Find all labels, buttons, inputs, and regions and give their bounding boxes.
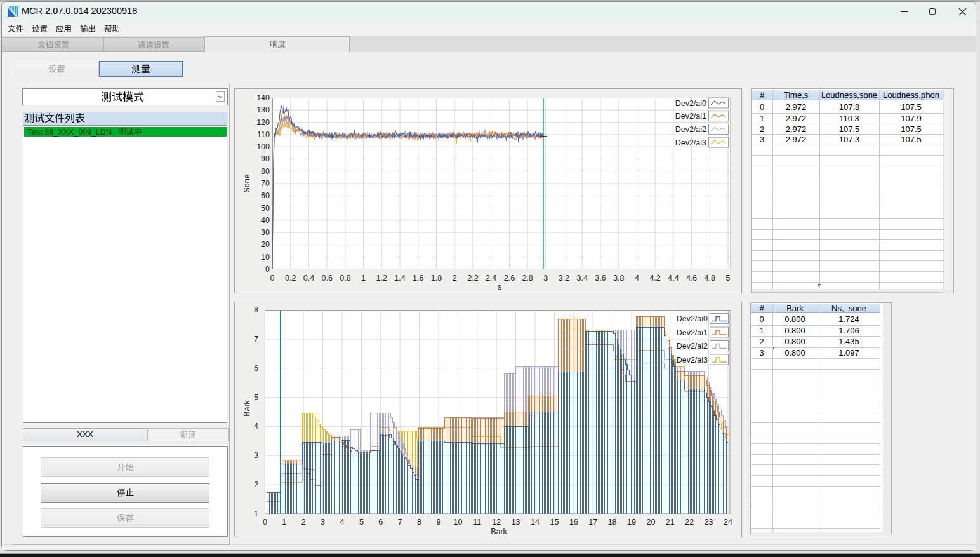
svg-text:3.8: 3.8 — [613, 274, 624, 283]
svg-text:0: 0 — [270, 274, 275, 283]
svg-text:80: 80 — [261, 167, 270, 176]
svg-text:70: 70 — [261, 179, 270, 188]
svg-text:1: 1 — [282, 518, 286, 527]
svg-text:8: 8 — [254, 305, 258, 314]
svg-text:1.8: 1.8 — [431, 274, 442, 283]
svg-text:24: 24 — [724, 518, 732, 527]
svg-text:3: 3 — [543, 274, 548, 283]
svg-text:14: 14 — [531, 518, 540, 527]
svg-text:16: 16 — [569, 518, 578, 527]
svg-text:2: 2 — [453, 274, 457, 283]
svg-text:Bark: Bark — [491, 527, 507, 536]
svg-text:Dev2/ai0: Dev2/ai0 — [675, 99, 706, 108]
svg-text:Dev2/ai2: Dev2/ai2 — [675, 125, 706, 134]
svg-text:4: 4 — [254, 422, 258, 431]
svg-text:13: 13 — [512, 518, 520, 527]
svg-text:5: 5 — [726, 274, 731, 283]
svg-text:2.8: 2.8 — [522, 274, 533, 283]
svg-text:140: 140 — [256, 93, 270, 102]
svg-text:1.2: 1.2 — [376, 274, 387, 283]
svg-text:130: 130 — [256, 105, 270, 114]
svg-text:1: 1 — [361, 274, 366, 283]
svg-text:4: 4 — [340, 518, 345, 527]
svg-text:110: 110 — [257, 130, 270, 139]
svg-text:3.4: 3.4 — [577, 274, 588, 283]
svg-text:4.2: 4.2 — [649, 274, 660, 283]
svg-text:2: 2 — [254, 480, 258, 489]
svg-text:Dev2/ai3: Dev2/ai3 — [675, 138, 706, 147]
svg-text:2.2: 2.2 — [467, 274, 478, 283]
svg-text:4.8: 4.8 — [705, 274, 715, 283]
svg-text:Dev2/ai3: Dev2/ai3 — [677, 356, 708, 365]
svg-text:0.6: 0.6 — [322, 274, 333, 283]
svg-text:Dev2/ai1: Dev2/ai1 — [675, 112, 706, 121]
svg-text:3: 3 — [254, 451, 258, 460]
svg-text:50: 50 — [261, 204, 270, 213]
svg-text:6: 6 — [378, 518, 383, 527]
svg-text:7: 7 — [254, 335, 258, 344]
svg-text:4.6: 4.6 — [686, 274, 697, 283]
svg-text:8: 8 — [417, 518, 421, 527]
svg-text:12: 12 — [492, 518, 501, 527]
svg-text:Sone: Sone — [242, 174, 251, 192]
svg-text:2: 2 — [301, 518, 306, 527]
svg-text:9: 9 — [437, 518, 441, 527]
svg-text:120: 120 — [256, 118, 270, 127]
svg-text:2.6: 2.6 — [504, 274, 515, 283]
svg-text:21: 21 — [666, 518, 675, 527]
svg-text:10: 10 — [453, 518, 462, 527]
svg-text:4.4: 4.4 — [668, 274, 679, 283]
svg-text:2.4: 2.4 — [486, 274, 496, 283]
svg-text:0.4: 0.4 — [303, 274, 314, 283]
svg-text:1: 1 — [254, 509, 258, 518]
svg-text:19: 19 — [627, 518, 636, 527]
svg-text:Dev2/ai2: Dev2/ai2 — [677, 342, 708, 351]
svg-text:Bark: Bark — [242, 399, 251, 416]
svg-text:30: 30 — [261, 228, 270, 237]
svg-text:3.6: 3.6 — [595, 274, 606, 283]
svg-text:60: 60 — [261, 191, 270, 200]
svg-text:0: 0 — [263, 518, 267, 527]
svg-text:6: 6 — [254, 364, 258, 373]
svg-text:11: 11 — [473, 518, 481, 527]
svg-text:1.4: 1.4 — [394, 274, 405, 283]
svg-text:90: 90 — [261, 154, 270, 163]
svg-text:0: 0 — [265, 265, 270, 274]
svg-text:5: 5 — [359, 518, 364, 527]
svg-text:17: 17 — [588, 518, 597, 527]
svg-text:3: 3 — [321, 518, 325, 527]
svg-text:3.2: 3.2 — [559, 274, 569, 283]
svg-text:5: 5 — [254, 393, 258, 402]
svg-text:Dev2/ai1: Dev2/ai1 — [677, 328, 708, 337]
svg-text:40: 40 — [261, 216, 270, 225]
svg-text:1.6: 1.6 — [413, 274, 423, 283]
svg-text:20: 20 — [646, 518, 655, 527]
svg-text:s: s — [498, 283, 501, 292]
svg-text:20: 20 — [261, 240, 270, 249]
svg-text:0.2: 0.2 — [285, 274, 296, 283]
svg-text:0.8: 0.8 — [340, 274, 350, 283]
svg-text:23: 23 — [705, 518, 713, 527]
svg-text:100: 100 — [256, 142, 270, 151]
svg-text:18: 18 — [608, 518, 617, 527]
svg-text:22: 22 — [685, 518, 694, 527]
svg-text:10: 10 — [261, 253, 270, 262]
svg-text:15: 15 — [550, 518, 559, 527]
svg-text:Dev2/ai0: Dev2/ai0 — [677, 314, 708, 323]
svg-text:7: 7 — [398, 518, 402, 527]
svg-text:4: 4 — [635, 274, 639, 283]
